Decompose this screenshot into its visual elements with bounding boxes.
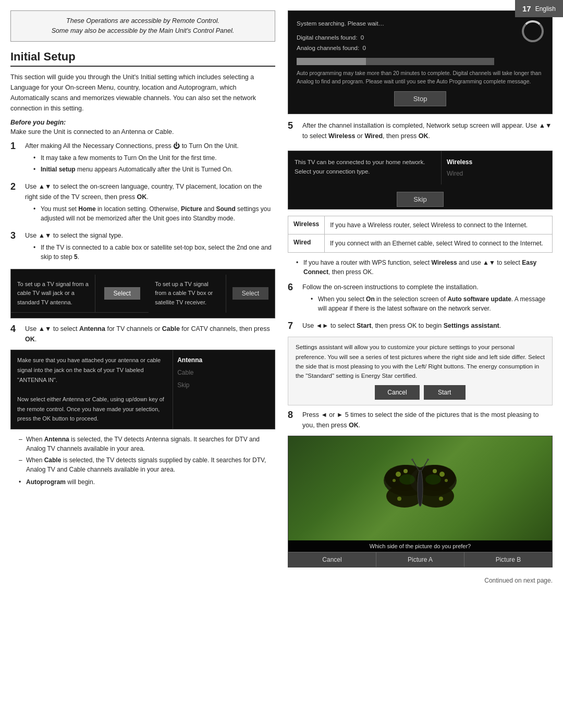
scan-note: Auto programming may take more than 20 m… — [297, 69, 544, 86]
step-2-content: Use ▲▼ to select the on-screen language,… — [25, 181, 275, 225]
picture-a-btn[interactable]: Picture A — [376, 552, 464, 567]
step3-bullets: If the TV is connected to a cable box or… — [33, 243, 275, 262]
step-number-6: 6 — [288, 282, 298, 293]
picture-b-btn[interactable]: Picture B — [464, 552, 552, 567]
step-number-3: 3 — [10, 230, 21, 242]
butterfly-icon — [378, 454, 462, 522]
butterfly-box: Which side of the picture do you prefer?… — [288, 436, 553, 567]
step-2: 2 Use ▲▼ to select the on-screen languag… — [10, 181, 275, 225]
before-begin-text: Make sure the Unit is connected to an An… — [10, 128, 275, 135]
antenna-note-1: When Antenna is selected, the TV detects… — [19, 435, 275, 453]
svg-point-10 — [433, 469, 437, 473]
step-7: 7 Use ◄► to select Start, then press OK … — [288, 320, 553, 332]
autoprogram-note: Autoprogram will begin. — [19, 477, 275, 487]
signal-row1-left: To set up a TV signal from a cable TV wa… — [11, 275, 95, 313]
right-column: System searching. Please wait… Digital c… — [288, 10, 553, 567]
intro-text: This section will guide you through the … — [10, 72, 275, 114]
svg-point-6 — [397, 497, 401, 501]
signal-select-btn-1[interactable]: Select — [104, 287, 140, 300]
settings-assistant-box: Settings assistant will allow you to cus… — [288, 337, 553, 405]
analog-found: Analog channels found: 0 — [297, 43, 515, 54]
stop-button[interactable]: Stop — [394, 91, 446, 106]
step-5: 5 After the channel installation is comp… — [288, 120, 553, 145]
signal-row2-right: Select — [226, 275, 275, 313]
antenna-cable-box: Make sure that you have attached your an… — [10, 350, 275, 429]
skip-button[interactable]: Skip — [397, 192, 444, 207]
svg-point-3 — [403, 469, 408, 473]
digital-found: Digital channels found: 0 — [297, 32, 515, 43]
language-label: English — [535, 5, 556, 13]
signal-type-box: To set up a TV signal from a cable TV wa… — [10, 269, 275, 319]
svg-point-18 — [427, 459, 429, 461]
antenna-right-options: Antenna Cable Skip — [173, 350, 275, 429]
step1-bullets: It may take a few moments to Turn On the… — [33, 153, 275, 174]
step-6-content: Follow the on-screen instructions to com… — [302, 282, 553, 315]
step2-bullet1: You must set Home in location setting. O… — [33, 204, 275, 223]
network-skip: Skip — [288, 184, 552, 209]
step-4-content: Use ▲▼ to select Antenna for TV channels… — [25, 324, 275, 344]
settings-buttons: Cancel Start — [296, 385, 545, 400]
footer-text: Continued on next page. — [0, 572, 563, 589]
top-bar: 17 English — [515, 0, 563, 17]
cable-note-1: When Cable is selected, the TV detects s… — [19, 455, 275, 474]
butterfly-cancel-btn[interactable]: Cancel — [288, 552, 376, 567]
step1-text: After making All the Necessary Connectio… — [25, 142, 239, 150]
start-button[interactable]: Start — [424, 385, 466, 400]
connection-table: Wireless If you have a Wireless router, … — [288, 216, 553, 253]
wired-option[interactable]: Wired — [447, 169, 547, 178]
step-3-content: Use ▲▼ to select the signal type. If the… — [25, 230, 275, 264]
antenna-option[interactable]: Antenna — [177, 355, 202, 365]
svg-point-19 — [399, 474, 415, 485]
network-box: This TV can be connected to your home ne… — [288, 151, 553, 209]
scan-title: System searching. Please wait… — [297, 18, 515, 29]
before-begin-label: Before you begin: — [10, 119, 275, 126]
network-right-options: Wireless Wired — [442, 151, 552, 184]
step-number-7: 7 — [288, 320, 298, 332]
step-8-content: Press ◄ or ► 5 times to select the side … — [302, 410, 553, 430]
cancel-button[interactable]: Cancel — [375, 385, 419, 400]
cable-option[interactable]: Cable — [177, 368, 193, 377]
step-5-content: After the channel installation is comple… — [302, 120, 553, 141]
step-8: 8 Press ◄ or ► 5 times to select the sid… — [288, 410, 553, 430]
notice-box: These Operations are accessible by Remot… — [10, 10, 275, 42]
wireless-option[interactable]: Wireless — [447, 157, 547, 167]
step-1-content: After making All the Necessary Connectio… — [25, 141, 275, 176]
wired-desc: If you connect with an Ethernet cable, s… — [325, 235, 552, 252]
progress-bar-bg — [297, 58, 494, 65]
svg-point-11 — [445, 479, 448, 482]
butterfly-caption: Which side of the picture do you prefer? — [288, 540, 552, 552]
page-number: 17 — [522, 4, 531, 13]
wireless-label: Wireless — [288, 216, 325, 234]
wired-row: Wired If you connect with an Ethernet ca… — [288, 235, 552, 252]
step5-notes: If you have a router with WPS function, … — [296, 258, 553, 277]
network-left-text: This TV can be connected to your home ne… — [288, 151, 442, 184]
svg-point-13 — [439, 497, 443, 501]
signal-select-btn-2[interactable]: Select — [232, 287, 268, 300]
settings-text: Settings assistant will allow you to cus… — [296, 344, 545, 379]
svg-point-20 — [425, 474, 441, 485]
skip-option[interactable]: Skip — [177, 380, 189, 390]
step1-bullet1: It may take a few moments to Turn On the… — [33, 153, 275, 163]
scanning-box: System searching. Please wait… Digital c… — [288, 10, 553, 114]
step-6: 6 Follow the on-screen instructions to c… — [288, 282, 553, 315]
left-column: These Operations are accessible by Remot… — [10, 10, 275, 567]
step-number-2: 2 — [10, 181, 21, 193]
step6-bullet1: When you select On in the selection scre… — [311, 294, 553, 313]
progress-bar-fill — [297, 58, 366, 65]
step-number-1: 1 — [10, 141, 21, 152]
step6-bullets: When you select On in the selection scre… — [311, 294, 553, 313]
wired-label: Wired — [288, 235, 325, 252]
step5-note-1: If you have a router with WPS function, … — [296, 258, 553, 277]
scanning-info: System searching. Please wait… Digital c… — [297, 18, 515, 54]
svg-point-4 — [393, 479, 396, 482]
butterfly-buttons: Cancel Picture A Picture B — [288, 552, 552, 567]
svg-point-12 — [418, 485, 454, 508]
svg-point-2 — [396, 472, 401, 477]
step-number-8: 8 — [288, 410, 298, 421]
antenna-left-text: Make sure that you have attached your an… — [11, 350, 173, 429]
wireless-desc: If you have a Wireless router, select Wi… — [325, 216, 552, 234]
autoprogram-text: Autoprogram will begin. — [19, 477, 275, 487]
step1-bullet2: Initial setup menu appears Automatically… — [33, 165, 275, 174]
signal-row1-right: Select — [95, 275, 149, 313]
section-title: Initial Setup — [10, 50, 275, 67]
